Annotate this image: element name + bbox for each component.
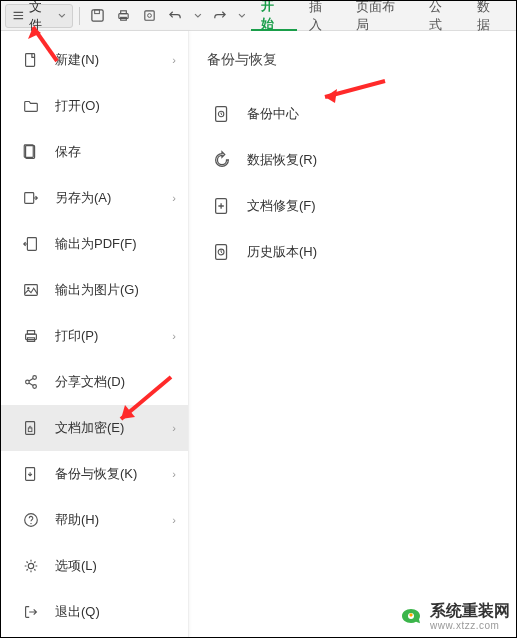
menu-label: 打开(O) <box>55 97 176 115</box>
new-icon <box>21 50 41 70</box>
menu-label: 新建(N) <box>55 51 172 69</box>
chevron-down-icon <box>58 12 66 20</box>
share-icon <box>21 372 41 392</box>
file-sidebar: 新建(N) › 打开(O) 保存 另存为(A) › 输出 <box>1 31 189 637</box>
exit-icon <box>21 602 41 622</box>
svg-point-18 <box>33 376 37 380</box>
menu-export-pdf[interactable]: 输出为PDF(F) <box>1 221 188 267</box>
tab-layout[interactable]: 页面布局 <box>346 1 417 31</box>
svg-rect-10 <box>25 193 34 204</box>
menu-label: 文档加密(E) <box>55 419 172 437</box>
preview-icon <box>142 8 157 23</box>
chevron-right-icon: › <box>172 54 176 66</box>
svg-rect-21 <box>28 428 32 432</box>
help-icon <box>21 510 41 530</box>
redo-button[interactable] <box>208 4 232 28</box>
menu-save-as[interactable]: 另存为(A) › <box>1 175 188 221</box>
recovery-icon <box>211 149 233 171</box>
menu-backup[interactable]: 备份与恢复(K) › <box>1 451 188 497</box>
undo-dropdown[interactable] <box>190 4 206 28</box>
panel-history[interactable]: 历史版本(H) <box>207 229 516 275</box>
chevron-down-icon <box>194 12 202 20</box>
gear-icon <box>21 556 41 576</box>
svg-point-19 <box>33 385 37 389</box>
pdf-icon <box>21 234 41 254</box>
menu-open[interactable]: 打开(O) <box>1 83 188 129</box>
menu-label: 备份与恢复(K) <box>55 465 172 483</box>
menu-label: 帮助(H) <box>55 511 172 529</box>
panel-backup-center[interactable]: 备份中心 <box>207 91 516 137</box>
image-icon <box>21 280 41 300</box>
menu-options[interactable]: 选项(L) <box>1 543 188 589</box>
tab-formula[interactable]: 公式 <box>419 1 464 31</box>
file-label: 文件 <box>29 0 54 34</box>
tab-insert[interactable]: 插入 <box>299 1 344 31</box>
svg-point-17 <box>26 380 30 384</box>
svg-rect-11 <box>27 238 36 251</box>
menu-new[interactable]: 新建(N) › <box>1 37 188 83</box>
svg-point-13 <box>27 287 29 289</box>
svg-rect-3 <box>121 11 127 14</box>
print-icon <box>116 8 131 23</box>
history-icon <box>211 241 233 263</box>
open-icon <box>21 96 41 116</box>
tab-data[interactable]: 数据 <box>467 1 512 31</box>
menu-label: 输出为图片(G) <box>55 281 176 299</box>
menu-exit[interactable]: 退出(Q) <box>1 589 188 635</box>
chevron-right-icon: › <box>172 468 176 480</box>
toolbar: 文件 开始 插入 页面布局 公式 数据 <box>1 1 516 31</box>
separator <box>79 7 80 25</box>
repair-icon <box>211 195 233 217</box>
backup-icon <box>21 464 41 484</box>
menu-share[interactable]: 分享文档(D) <box>1 359 188 405</box>
save-icon <box>90 8 105 23</box>
svg-point-6 <box>148 14 152 18</box>
panel-label: 历史版本(H) <box>247 243 317 261</box>
print-preview-button[interactable] <box>138 4 162 28</box>
chevron-right-icon: › <box>172 422 176 434</box>
svg-point-25 <box>28 563 33 568</box>
svg-rect-15 <box>27 331 34 335</box>
svg-point-24 <box>30 523 31 524</box>
chevron-right-icon: › <box>172 192 176 204</box>
svg-rect-0 <box>92 10 103 21</box>
save-as-icon <box>21 188 41 208</box>
menu-export-image[interactable]: 输出为图片(G) <box>1 267 188 313</box>
menu-print[interactable]: 打印(P) › <box>1 313 188 359</box>
panel-doc-repair[interactable]: 文档修复(F) <box>207 183 516 229</box>
chevron-right-icon: › <box>172 330 176 342</box>
main-area: 新建(N) › 打开(O) 保存 另存为(A) › 输出 <box>1 31 516 637</box>
menu-save[interactable]: 保存 <box>1 129 188 175</box>
redo-icon <box>212 8 227 23</box>
panel-label: 文档修复(F) <box>247 197 316 215</box>
svg-rect-7 <box>26 54 35 67</box>
print-icon <box>21 326 41 346</box>
watermark-icon <box>398 603 424 629</box>
chevron-right-icon: › <box>172 514 176 526</box>
redo-dropdown[interactable] <box>234 4 250 28</box>
svg-rect-5 <box>145 11 154 20</box>
panel-title: 备份与恢复 <box>207 51 516 69</box>
menu-label: 另存为(A) <box>55 189 172 207</box>
undo-button[interactable] <box>164 4 188 28</box>
menu-label: 打印(P) <box>55 327 172 345</box>
menu-label: 选项(L) <box>55 557 176 575</box>
menu-label: 保存 <box>55 143 176 161</box>
backup-panel: 备份与恢复 备份中心 数据恢复(R) 文档修复(F) 历史版本(H) <box>189 31 516 637</box>
backup-center-icon <box>211 103 233 125</box>
menu-help[interactable]: 帮助(H) › <box>1 497 188 543</box>
panel-label: 备份中心 <box>247 105 299 123</box>
menu-encrypt[interactable]: 文档加密(E) › <box>1 405 188 451</box>
panel-label: 数据恢复(R) <box>247 151 317 169</box>
print-button[interactable] <box>112 4 136 28</box>
file-menu-button[interactable]: 文件 <box>5 4 73 28</box>
tab-start[interactable]: 开始 <box>251 1 296 31</box>
watermark-url: www.xtzz.com <box>430 620 510 631</box>
save-button[interactable] <box>86 4 110 28</box>
menu-label: 输出为PDF(F) <box>55 235 176 253</box>
menu-label: 分享文档(D) <box>55 373 176 391</box>
watermark-title: 系统重装网 <box>430 601 510 622</box>
panel-data-recovery[interactable]: 数据恢复(R) <box>207 137 516 183</box>
menu-label: 退出(Q) <box>55 603 176 621</box>
undo-icon <box>168 8 183 23</box>
